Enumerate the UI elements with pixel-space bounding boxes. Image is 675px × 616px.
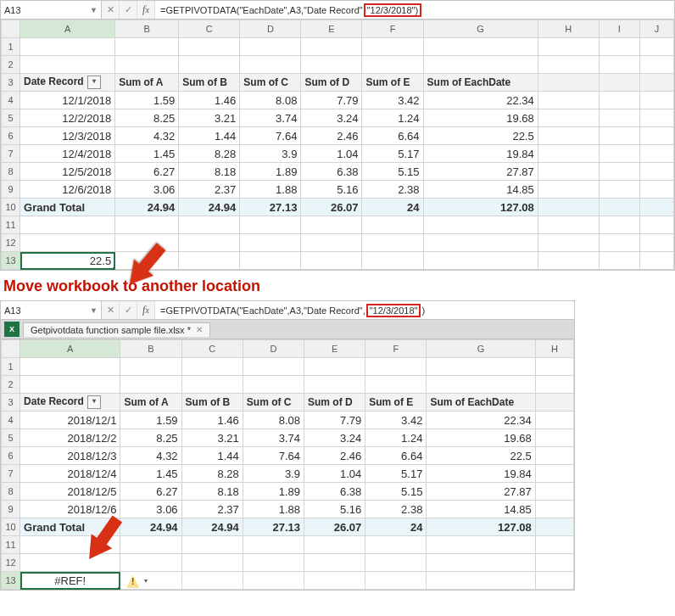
cell[interactable]: 7.79 bbox=[301, 92, 362, 109]
cell[interactable] bbox=[535, 394, 573, 412]
cell[interactable] bbox=[599, 216, 639, 234]
cell[interactable] bbox=[304, 572, 365, 590]
column-header[interactable]: J bbox=[639, 20, 673, 38]
cell[interactable] bbox=[423, 216, 538, 234]
name-box[interactable]: A13 ▼ bbox=[1, 1, 102, 19]
cell[interactable]: 7.64 bbox=[240, 127, 301, 145]
cell[interactable] bbox=[599, 74, 639, 92]
row-header[interactable]: 12 bbox=[2, 554, 20, 572]
cell[interactable]: 2018/12/5 bbox=[20, 483, 120, 501]
row-header[interactable]: 5 bbox=[2, 109, 20, 127]
cell[interactable]: 19.68 bbox=[427, 429, 535, 447]
column-header[interactable]: E bbox=[301, 20, 362, 38]
row-header[interactable]: 7 bbox=[2, 145, 20, 163]
cell[interactable]: 127.08 bbox=[423, 199, 538, 216]
cell[interactable] bbox=[120, 358, 181, 376]
cell[interactable]: 1.59 bbox=[120, 412, 181, 429]
row-header[interactable]: 12 bbox=[2, 234, 20, 252]
cell[interactable] bbox=[538, 56, 599, 74]
cell[interactable]: 8.25 bbox=[115, 109, 179, 127]
cell[interactable] bbox=[301, 56, 362, 74]
cell[interactable]: 3.9 bbox=[243, 465, 304, 483]
cell[interactable] bbox=[304, 536, 365, 554]
cell[interactable] bbox=[181, 358, 243, 376]
cell[interactable] bbox=[243, 536, 304, 554]
cell[interactable]: 6.64 bbox=[365, 447, 427, 465]
cell[interactable] bbox=[115, 56, 179, 74]
row-header[interactable]: 7 bbox=[2, 465, 20, 483]
cell[interactable] bbox=[599, 56, 639, 74]
cell[interactable] bbox=[240, 38, 301, 56]
cell[interactable] bbox=[535, 536, 573, 554]
cell[interactable] bbox=[599, 252, 639, 270]
column-header[interactable]: C bbox=[179, 20, 240, 38]
cell[interactable]: 3.74 bbox=[240, 109, 301, 127]
cell[interactable] bbox=[639, 234, 673, 252]
cell[interactable]: 8.08 bbox=[243, 412, 304, 429]
cell[interactable]: 1.46 bbox=[179, 92, 240, 109]
cell[interactable]: Sum of EachDate bbox=[427, 394, 535, 412]
cell[interactable] bbox=[243, 358, 304, 376]
cell[interactable]: 22.34 bbox=[423, 92, 538, 109]
cell[interactable]: 2018/12/1 bbox=[20, 412, 120, 429]
cell[interactable]: 3.21 bbox=[181, 429, 243, 447]
cell[interactable] bbox=[535, 358, 573, 376]
cell[interactable]: 1.44 bbox=[181, 447, 243, 465]
column-header[interactable]: A bbox=[20, 20, 115, 38]
cell[interactable] bbox=[423, 234, 538, 252]
cell[interactable] bbox=[599, 234, 639, 252]
cell[interactable]: 24.94 bbox=[115, 199, 179, 216]
cell[interactable]: 1.89 bbox=[240, 163, 301, 181]
cell[interactable] bbox=[639, 163, 673, 181]
error-smart-tag[interactable]: ! ▾ bbox=[126, 574, 150, 588]
cell[interactable] bbox=[179, 216, 240, 234]
cell[interactable]: 8.28 bbox=[179, 145, 240, 163]
cell[interactable] bbox=[599, 163, 639, 181]
cell[interactable] bbox=[362, 216, 423, 234]
fx-icon[interactable]: fx bbox=[137, 301, 155, 319]
chevron-down-icon[interactable]: ▼ bbox=[90, 306, 98, 315]
close-icon[interactable]: ✕ bbox=[196, 325, 203, 334]
cell[interactable]: 12/2/2018 bbox=[20, 109, 115, 127]
cell[interactable] bbox=[362, 234, 423, 252]
row-header[interactable]: 4 bbox=[2, 92, 20, 109]
cell[interactable] bbox=[240, 252, 301, 270]
cell[interactable] bbox=[179, 56, 240, 74]
cell[interactable]: 7.79 bbox=[304, 412, 365, 429]
row-header[interactable]: 8 bbox=[2, 163, 20, 181]
cell[interactable]: 6.38 bbox=[304, 483, 365, 501]
cell[interactable]: Sum of E bbox=[362, 74, 423, 92]
cell[interactable]: 22.5 bbox=[427, 447, 535, 465]
fx-icon[interactable]: fx bbox=[137, 1, 155, 19]
cell[interactable]: Sum of D bbox=[301, 74, 362, 92]
cell[interactable]: 2.38 bbox=[365, 501, 427, 518]
cell[interactable]: 1.89 bbox=[243, 483, 304, 501]
cell[interactable] bbox=[535, 554, 573, 572]
cell[interactable]: 22.5 bbox=[20, 252, 115, 270]
filter-dropdown-icon[interactable]: ▾ bbox=[87, 76, 101, 89]
select-all-corner[interactable] bbox=[2, 20, 20, 38]
cell[interactable]: 27.13 bbox=[243, 518, 304, 536]
cell[interactable]: 5.17 bbox=[362, 145, 423, 163]
cell[interactable] bbox=[423, 38, 538, 56]
cell[interactable] bbox=[179, 38, 240, 56]
cell[interactable]: 2018/12/2 bbox=[20, 429, 120, 447]
cell[interactable]: 8.18 bbox=[179, 163, 240, 181]
cell[interactable]: Sum of C bbox=[240, 74, 301, 92]
cell[interactable] bbox=[20, 216, 115, 234]
cell[interactable]: 19.84 bbox=[427, 465, 535, 483]
cell[interactable] bbox=[639, 252, 673, 270]
cell[interactable] bbox=[115, 216, 179, 234]
column-header[interactable]: G bbox=[423, 20, 538, 38]
cell[interactable]: 19.84 bbox=[423, 145, 538, 163]
cell[interactable] bbox=[535, 483, 573, 501]
cell[interactable]: 2.38 bbox=[362, 181, 423, 199]
cell[interactable] bbox=[240, 56, 301, 74]
row-header[interactable]: 13 bbox=[2, 252, 20, 270]
cell[interactable] bbox=[599, 38, 639, 56]
cell[interactable]: 5.15 bbox=[362, 163, 423, 181]
cell[interactable]: Sum of EachDate bbox=[423, 74, 538, 92]
cell[interactable] bbox=[301, 234, 362, 252]
cell[interactable] bbox=[639, 74, 673, 92]
cell[interactable]: 8.28 bbox=[181, 465, 243, 483]
